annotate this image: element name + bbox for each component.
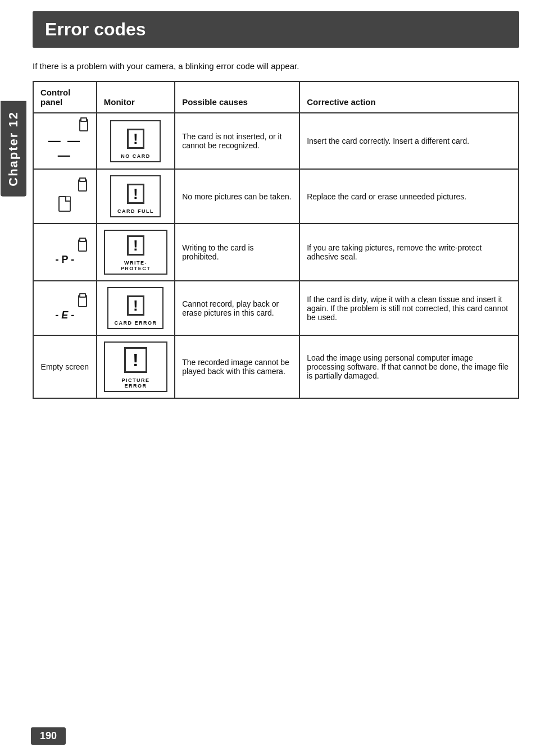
col-header-monitor: Monitor: [97, 81, 175, 113]
control-display-card-full: [42, 177, 87, 216]
monitor-cell-write-protect: ! WRITE-PROTECT: [97, 224, 175, 281]
card-error-symbol: - E -: [55, 309, 74, 321]
control-panel-cell-empty: Empty screen: [33, 335, 97, 398]
table-row: - E - ! CARD ERROR Cannot record, play b…: [33, 281, 519, 335]
battery-icon: [78, 295, 87, 307]
causes-cell-card-error: Cannot record, play back or erase pictur…: [175, 281, 299, 335]
causes-cell-write-protect: Writing to the card is prohibited.: [175, 224, 299, 281]
control-display-write-protect: - P -: [42, 233, 87, 272]
control-display-picture-error: Empty screen: [41, 347, 89, 386]
table-row: - P - ! WRITE-PROTECT Writing to the car…: [33, 224, 519, 281]
page-wrapper: Chapter 12 Error codes If there is a pro…: [0, 0, 536, 756]
monitor-cell-card-error: ! CARD ERROR: [97, 281, 175, 335]
causes-cell-no-card: The card is not inserted, or it cannot b…: [175, 113, 299, 169]
control-display-card-error: - E -: [42, 289, 87, 328]
monitor-label-no-card: NO CARD: [121, 153, 151, 159]
page-number: 190: [31, 727, 66, 745]
battery-icon: [78, 179, 87, 192]
control-panel-cell: - P -: [33, 224, 97, 281]
monitor-display-card-error: ! CARD ERROR: [107, 287, 163, 329]
page-title: Error codes: [33, 11, 519, 48]
table-row: Empty screen ! PICTURE ERROR The recorde…: [33, 335, 519, 398]
exclamation-icon: !: [127, 235, 144, 256]
table-row: — — — ! NO CARD The card is not inserted…: [33, 113, 519, 169]
main-content: Error codes If there is a problem with y…: [27, 0, 536, 756]
monitor-cell-card-full: ! CARD FULL: [97, 169, 175, 224]
control-display-no-card: — — —: [40, 119, 89, 163]
col-header-causes: Possible causes: [175, 81, 299, 113]
write-protect-symbol: - P -: [56, 254, 75, 266]
action-cell-picture-error: Load the image using personal computer i…: [299, 335, 519, 398]
battery-icon: [79, 119, 88, 131]
monitor-display-write-protect: ! WRITE-PROTECT: [104, 230, 167, 275]
monitor-display-picture-error: ! PICTURE ERROR: [104, 341, 167, 392]
action-cell-card-full: Replace the card or erase unneeded pictu…: [299, 169, 519, 224]
action-cell-no-card: Insert the card correctly. Insert a diff…: [299, 113, 519, 169]
col-header-action: Corrective action: [299, 81, 519, 113]
empty-screen-label: Empty screen: [41, 362, 89, 371]
chapter-label: Chapter 12: [1, 101, 26, 197]
card-icon: [58, 196, 71, 212]
control-panel-cell: — — —: [33, 113, 97, 169]
exclamation-icon: !: [127, 184, 144, 204]
control-panel-cell: [33, 169, 97, 224]
monitor-cell-no-card: ! NO CARD: [97, 113, 175, 169]
intro-text: If there is a problem with your camera, …: [33, 61, 519, 71]
monitor-display-no-card: ! NO CARD: [110, 120, 161, 162]
battery-icon: [78, 239, 87, 252]
chapter-tab: Chapter 12: [0, 0, 27, 756]
col-header-control: Control panel: [33, 81, 97, 113]
monitor-label-card-error: CARD ERROR: [114, 320, 157, 326]
monitor-label-write-protect: WRITE-PROTECT: [111, 260, 161, 271]
monitor-label-card-full: CARD FULL: [117, 208, 154, 214]
action-cell-write-protect: If you are taking pictures, remove the w…: [299, 224, 519, 281]
monitor-label-picture-error: PICTURE ERROR: [111, 377, 161, 389]
no-card-symbol: — — —: [40, 134, 89, 163]
causes-cell-card-full: No more pictures can be taken.: [175, 169, 299, 224]
exclamation-icon: !: [127, 295, 144, 316]
error-table: Control panel Monitor Possible causes Co…: [33, 81, 519, 399]
exclamation-icon: !: [127, 129, 144, 149]
causes-cell-picture-error: The recorded image cannot be played back…: [175, 335, 299, 398]
exclamation-icon: !: [124, 347, 147, 373]
monitor-display-card-full: ! CARD FULL: [110, 175, 161, 217]
monitor-cell-picture-error: ! PICTURE ERROR: [97, 335, 175, 398]
action-cell-card-error: If the card is dirty, wipe it with a cle…: [299, 281, 519, 335]
control-panel-cell: - E -: [33, 281, 97, 335]
table-row: ! CARD FULL No more pictures can be take…: [33, 169, 519, 224]
